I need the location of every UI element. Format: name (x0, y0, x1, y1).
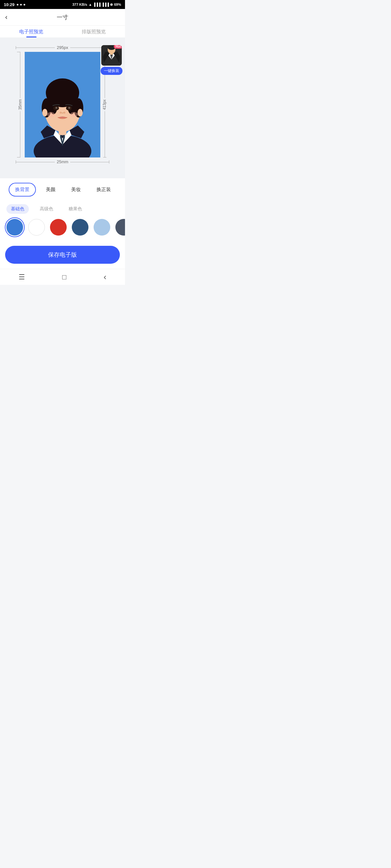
subtab-basic[interactable]: 基础色 (6, 204, 29, 214)
tool-beauty[interactable]: 美颜 (40, 183, 61, 196)
battery-level: 69% (114, 3, 121, 6)
ruler-height-px: 413px (100, 98, 109, 112)
status-time: 10:29 (4, 2, 15, 7)
tool-background[interactable]: 换背景 (9, 183, 36, 196)
ruler-left-bottom-end (17, 157, 20, 157)
signal-icons: ▲ ▐▐▐ ▐▐▐ ⊛ (88, 3, 113, 7)
bottom-navigation: ☰ □ ‹ (0, 269, 125, 285)
svg-point-22 (70, 112, 78, 117)
swatch-lightblue[interactable] (93, 219, 110, 236)
color-subtab-bar: 基础色 高级色 糖果色 (0, 201, 125, 214)
ruler-width-mm: 25mm (55, 159, 70, 164)
tab-layout[interactable]: 排版照预览 (82, 29, 106, 37)
back-button[interactable]: ‹ (5, 13, 7, 22)
swatch-darkgray[interactable] (115, 219, 125, 236)
save-section: 保存电子版 (0, 242, 125, 269)
ruler-right-bottom-end (103, 157, 106, 157)
ruler-bottom: 25mm (16, 159, 109, 164)
passport-photo (25, 52, 100, 157)
outfit-switcher-panel: Hot 一键换装 (101, 45, 122, 75)
status-left: 10:29 ● ● ● (4, 2, 26, 7)
swatch-darkblue[interactable] (72, 219, 88, 236)
section-spacer (0, 172, 125, 178)
save-button[interactable]: 保存电子版 (5, 246, 120, 264)
person-illustration (25, 52, 100, 157)
swatch-blue[interactable] (6, 219, 23, 236)
status-right: 377 KB/s ▲ ▐▐▐ ▐▐▐ ⊛ 69% (73, 3, 121, 7)
subtab-premium[interactable]: 高级色 (35, 204, 58, 214)
ruler-width-px: 295px (55, 45, 70, 50)
swatch-red[interactable] (50, 219, 67, 236)
color-swatch-row (0, 214, 125, 242)
header: ‹ 一寸 (0, 9, 125, 26)
outfit-thumbnail[interactable]: Hot (101, 45, 122, 66)
page-title: 一寸 (57, 13, 68, 21)
ruler-bottom-right-end (109, 160, 109, 163)
ruler-top: 295px (16, 45, 109, 50)
tool-outfit[interactable]: 换正装 (91, 183, 117, 196)
status-bar: 10:29 ● ● ● 377 KB/s ▲ ▐▐▐ ▐▐▐ ⊛ 69% (0, 0, 125, 9)
app-icons: ● ● ● (16, 2, 25, 7)
ruler-left-side: 35mm (16, 52, 25, 157)
outfit-switch-button[interactable]: 一键换装 (101, 67, 122, 75)
svg-point-20 (63, 112, 65, 114)
preview-area: 295px 35mm (0, 37, 125, 172)
ruler-height-mm: 35mm (18, 98, 22, 111)
ruler-left-top-end (17, 52, 20, 52)
swatch-white[interactable] (28, 219, 45, 236)
tool-bar: 换背景 美颜 美妆 换正装 (0, 178, 125, 201)
tool-makeup[interactable]: 美妆 (65, 183, 86, 196)
svg-point-18 (68, 107, 70, 109)
photo-wrapper: 295px 35mm (16, 45, 109, 164)
tab-bar: 电子照预览 排版照预览 (0, 26, 125, 37)
svg-point-21 (47, 112, 55, 117)
svg-point-12 (55, 81, 69, 92)
menu-icon[interactable]: ☰ (19, 273, 25, 281)
tab-electronic[interactable]: 电子照预览 (19, 29, 43, 37)
photo-row: 35mm (16, 52, 109, 157)
svg-point-24 (78, 109, 83, 117)
network-speed: 377 KB/s (73, 3, 87, 6)
svg-point-19 (60, 112, 61, 114)
svg-point-23 (42, 109, 48, 117)
svg-point-17 (55, 107, 57, 109)
back-nav-icon[interactable]: ‹ (104, 272, 106, 282)
subtab-candy[interactable]: 糖果色 (64, 204, 86, 214)
home-icon[interactable]: □ (62, 273, 66, 281)
hot-badge: Hot (114, 45, 122, 49)
